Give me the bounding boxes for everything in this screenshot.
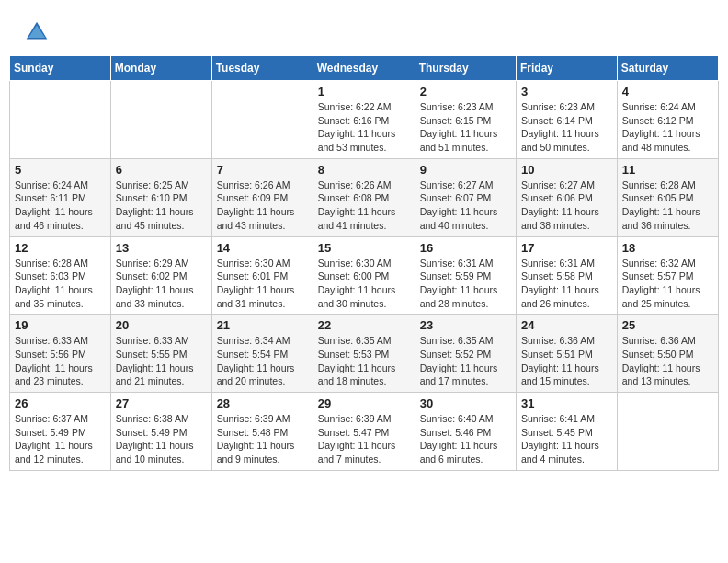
day-number: 12 (15, 241, 106, 255)
day-number: 3 (521, 85, 612, 98)
day-number: 8 (318, 163, 410, 177)
day-number: 6 (116, 163, 207, 177)
logo-icon (23, 18, 51, 46)
table-cell: 23Sunrise: 6:35 AMSunset: 5:52 PMDayligh… (415, 315, 516, 393)
day-info: Sunrise: 6:22 AMSunset: 6:16 PMDaylight:… (318, 100, 410, 155)
day-number: 13 (116, 241, 207, 255)
week-row-2: 5Sunrise: 6:24 AMSunset: 6:11 PMDaylight… (10, 158, 719, 236)
day-number: 25 (622, 318, 713, 332)
table-cell: 3Sunrise: 6:23 AMSunset: 6:14 PMDaylight… (517, 81, 618, 159)
table-cell: 4Sunrise: 6:24 AMSunset: 6:12 PMDaylight… (617, 81, 718, 159)
week-row-1: 1Sunrise: 6:22 AMSunset: 6:16 PMDaylight… (10, 81, 719, 159)
day-info: Sunrise: 6:41 AMSunset: 5:45 PMDaylight:… (521, 412, 612, 466)
day-number: 14 (217, 241, 308, 255)
day-info: Sunrise: 6:37 AMSunset: 5:49 PMDaylight:… (15, 412, 106, 466)
table-cell: 1Sunrise: 6:22 AMSunset: 6:16 PMDaylight… (313, 81, 415, 159)
col-sunday: Sunday (10, 56, 111, 81)
day-number: 10 (521, 163, 612, 177)
day-info: Sunrise: 6:28 AMSunset: 6:05 PMDaylight:… (622, 178, 713, 233)
calendar-table: Sunday Monday Tuesday Wednesday Thursday… (9, 55, 719, 471)
week-row-5: 26Sunrise: 6:37 AMSunset: 5:49 PMDayligh… (10, 393, 719, 471)
table-cell (10, 81, 111, 159)
day-info: Sunrise: 6:30 AMSunset: 6:00 PMDaylight:… (318, 257, 410, 311)
table-cell: 24Sunrise: 6:36 AMSunset: 5:51 PMDayligh… (517, 315, 618, 393)
table-cell: 27Sunrise: 6:38 AMSunset: 5:49 PMDayligh… (110, 393, 211, 471)
day-number: 27 (116, 396, 207, 410)
table-cell: 6Sunrise: 6:25 AMSunset: 6:10 PMDaylight… (110, 158, 211, 236)
table-cell (211, 81, 313, 159)
day-info: Sunrise: 6:24 AMSunset: 6:11 PMDaylight:… (15, 178, 106, 233)
page-header (9, 9, 719, 51)
day-number: 16 (420, 241, 511, 255)
day-info: Sunrise: 6:26 AMSunset: 6:08 PMDaylight:… (318, 178, 410, 233)
col-monday: Monday (110, 56, 211, 81)
day-info: Sunrise: 6:23 AMSunset: 6:14 PMDaylight:… (521, 100, 612, 155)
day-number: 4 (622, 85, 713, 98)
day-info: Sunrise: 6:29 AMSunset: 6:02 PMDaylight:… (116, 257, 207, 311)
table-cell: 18Sunrise: 6:32 AMSunset: 5:57 PMDayligh… (617, 236, 718, 315)
table-cell: 19Sunrise: 6:33 AMSunset: 5:56 PMDayligh… (10, 315, 111, 393)
col-friday: Friday (517, 56, 618, 81)
day-number: 26 (15, 396, 106, 410)
day-info: Sunrise: 6:34 AMSunset: 5:54 PMDaylight:… (217, 334, 308, 388)
table-cell: 17Sunrise: 6:31 AMSunset: 5:58 PMDayligh… (517, 236, 618, 315)
table-cell: 25Sunrise: 6:36 AMSunset: 5:50 PMDayligh… (617, 315, 718, 393)
day-number: 22 (318, 318, 410, 332)
table-cell: 31Sunrise: 6:41 AMSunset: 5:45 PMDayligh… (517, 393, 618, 471)
table-cell: 26Sunrise: 6:37 AMSunset: 5:49 PMDayligh… (10, 393, 111, 471)
day-number: 1 (318, 85, 410, 98)
day-info: Sunrise: 6:32 AMSunset: 5:57 PMDaylight:… (622, 257, 713, 311)
day-number: 20 (116, 318, 207, 332)
day-number: 15 (318, 241, 410, 255)
day-number: 19 (15, 318, 106, 332)
day-info: Sunrise: 6:31 AMSunset: 5:58 PMDaylight:… (521, 257, 612, 311)
day-info: Sunrise: 6:27 AMSunset: 6:06 PMDaylight:… (521, 178, 612, 233)
day-info: Sunrise: 6:38 AMSunset: 5:49 PMDaylight:… (116, 412, 207, 466)
table-cell: 2Sunrise: 6:23 AMSunset: 6:15 PMDaylight… (415, 81, 516, 159)
day-info: Sunrise: 6:25 AMSunset: 6:10 PMDaylight:… (116, 178, 207, 233)
week-row-4: 19Sunrise: 6:33 AMSunset: 5:56 PMDayligh… (10, 315, 719, 393)
col-saturday: Saturday (617, 56, 718, 81)
table-cell: 10Sunrise: 6:27 AMSunset: 6:06 PMDayligh… (517, 158, 618, 236)
table-cell: 15Sunrise: 6:30 AMSunset: 6:00 PMDayligh… (313, 236, 415, 315)
table-cell: 16Sunrise: 6:31 AMSunset: 5:59 PMDayligh… (415, 236, 516, 315)
day-info: Sunrise: 6:36 AMSunset: 5:51 PMDaylight:… (521, 334, 612, 388)
col-tuesday: Tuesday (211, 56, 313, 81)
table-cell: 20Sunrise: 6:33 AMSunset: 5:55 PMDayligh… (110, 315, 211, 393)
day-number: 5 (15, 163, 106, 177)
day-number: 9 (420, 163, 511, 177)
day-number: 31 (521, 396, 612, 410)
table-cell: 5Sunrise: 6:24 AMSunset: 6:11 PMDaylight… (10, 158, 111, 236)
day-number: 7 (217, 163, 308, 177)
day-number: 17 (521, 241, 612, 255)
day-info: Sunrise: 6:39 AMSunset: 5:48 PMDaylight:… (217, 412, 308, 466)
table-cell: 22Sunrise: 6:35 AMSunset: 5:53 PMDayligh… (313, 315, 415, 393)
table-cell: 28Sunrise: 6:39 AMSunset: 5:48 PMDayligh… (211, 393, 313, 471)
day-number: 2 (420, 85, 511, 98)
day-number: 29 (318, 396, 410, 410)
day-info: Sunrise: 6:40 AMSunset: 5:46 PMDaylight:… (420, 412, 511, 466)
day-number: 21 (217, 318, 308, 332)
table-cell: 30Sunrise: 6:40 AMSunset: 5:46 PMDayligh… (415, 393, 516, 471)
day-number: 11 (622, 163, 713, 177)
day-number: 28 (217, 396, 308, 410)
day-number: 30 (420, 396, 511, 410)
table-cell: 7Sunrise: 6:26 AMSunset: 6:09 PMDaylight… (211, 158, 313, 236)
table-cell: 9Sunrise: 6:27 AMSunset: 6:07 PMDaylight… (415, 158, 516, 236)
col-thursday: Thursday (415, 56, 516, 81)
table-cell: 21Sunrise: 6:34 AMSunset: 5:54 PMDayligh… (211, 315, 313, 393)
table-cell: 13Sunrise: 6:29 AMSunset: 6:02 PMDayligh… (110, 236, 211, 315)
day-info: Sunrise: 6:28 AMSunset: 6:03 PMDaylight:… (15, 257, 106, 311)
day-info: Sunrise: 6:35 AMSunset: 5:52 PMDaylight:… (420, 334, 511, 388)
day-info: Sunrise: 6:26 AMSunset: 6:09 PMDaylight:… (217, 178, 308, 233)
logo (23, 18, 53, 46)
day-info: Sunrise: 6:27 AMSunset: 6:07 PMDaylight:… (420, 178, 511, 233)
day-info: Sunrise: 6:36 AMSunset: 5:50 PMDaylight:… (622, 334, 713, 388)
day-info: Sunrise: 6:33 AMSunset: 5:56 PMDaylight:… (15, 334, 106, 388)
day-info: Sunrise: 6:35 AMSunset: 5:53 PMDaylight:… (318, 334, 410, 388)
table-cell: 29Sunrise: 6:39 AMSunset: 5:47 PMDayligh… (313, 393, 415, 471)
table-cell: 12Sunrise: 6:28 AMSunset: 6:03 PMDayligh… (10, 236, 111, 315)
calendar-header-row: Sunday Monday Tuesday Wednesday Thursday… (10, 56, 719, 81)
day-number: 18 (622, 241, 713, 255)
day-number: 23 (420, 318, 511, 332)
